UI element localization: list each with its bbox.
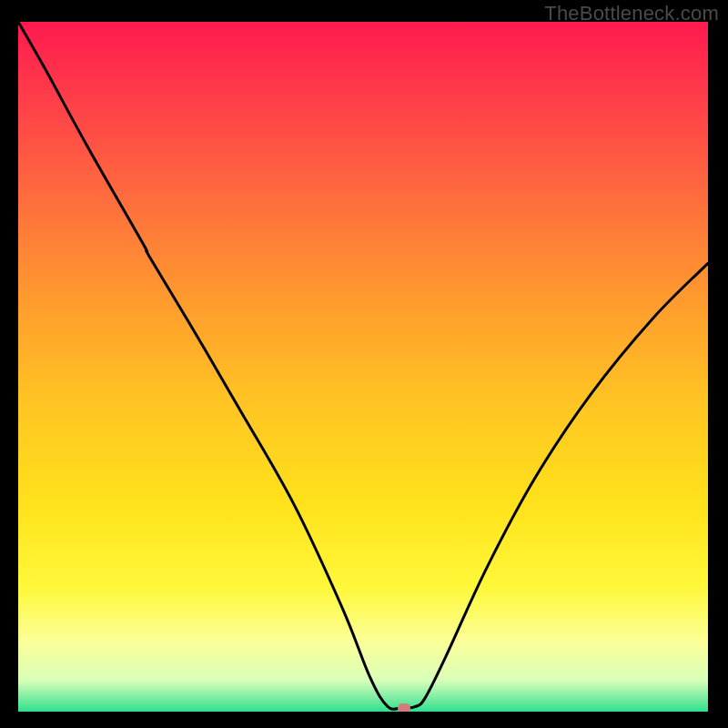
chart-frame: TheBottleneck.com	[0, 0, 728, 728]
optimum-marker	[398, 703, 410, 712]
plot-area	[18, 22, 708, 712]
gradient-background	[18, 22, 708, 712]
chart-svg	[18, 22, 708, 712]
